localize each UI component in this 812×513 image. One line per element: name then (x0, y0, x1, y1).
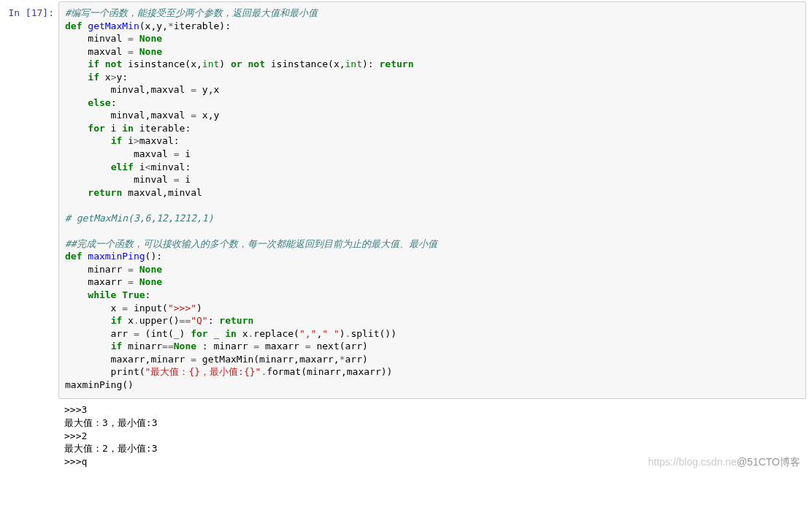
notebook-container: In [17]: #编写一个函数，能接受至少两个参数，返回最大值和最小值 def… (0, 0, 812, 474)
output-area: >>>3 最大值：3，最小值:3 >>>2 最大值：2，最小值:3 >>>q h… (58, 399, 806, 472)
input-prompt: In [17]: (1, 1, 58, 18)
watermark: https://blog.csdn.ne@51CTO博客 (648, 455, 800, 469)
output-prompt (1, 399, 58, 405)
code-input-area[interactable]: #编写一个函数，能接受至少两个参数，返回最大值和最小值 def getMaxMi… (58, 1, 806, 399)
code-cell: In [17]: #编写一个函数，能接受至少两个参数，返回最大值和最小值 def… (1, 1, 811, 399)
code-content: #编写一个函数，能接受至少两个参数，返回最大值和最小值 def getMaxMi… (65, 7, 800, 391)
prompt-label: In [17]: (8, 7, 54, 18)
output-cell: >>>3 最大值：3，最小值:3 >>>2 最大值：2，最小值:3 >>>q h… (1, 399, 811, 472)
